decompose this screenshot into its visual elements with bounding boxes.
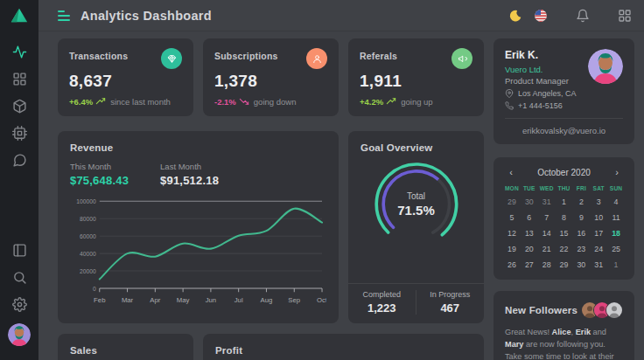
svg-text:Feb: Feb: [94, 295, 106, 303]
calendar-day[interactable]: 1: [607, 257, 625, 273]
calendar-day[interactable]: 12: [503, 225, 521, 241]
stat-value: 1,378: [214, 72, 327, 91]
profile-name: Erik K.: [505, 49, 569, 61]
calendar-day[interactable]: 27: [521, 257, 538, 273]
sidebar-item-messages[interactable]: [5, 147, 33, 174]
completed-value: 1,223: [348, 301, 416, 315]
map-pin-icon: [505, 89, 514, 98]
follower-name: Erik: [576, 328, 591, 336]
calendar-day[interactable]: 23: [572, 241, 590, 257]
calendar-day[interactable]: 24: [590, 241, 607, 257]
calendar-day[interactable]: 20: [521, 241, 538, 257]
stat-trend: +4.2%going up: [360, 96, 472, 107]
chevron-left-icon[interactable]: ‹: [505, 167, 517, 177]
apps-menu-button[interactable]: [615, 6, 634, 25]
notifications-button[interactable]: [573, 6, 592, 25]
calendar-day[interactable]: 16: [572, 225, 590, 241]
calendar-day[interactable]: 29: [556, 257, 573, 273]
svg-text:Aug: Aug: [261, 295, 273, 303]
stat-card-referals: Referals1,911+4.2%going up: [348, 38, 484, 116]
profile-card: Erik K. Vuero Ltd. Product Manager: [494, 38, 634, 144]
top-bar: Analytics Dashboard: [38, 0, 644, 31]
calendar-day[interactable]: 29: [503, 194, 521, 210]
profile-phone: +1 444-5156: [505, 101, 623, 110]
calendar-day[interactable]: 31: [538, 194, 556, 210]
calendar-day[interactable]: 30: [572, 257, 590, 273]
calendar-day[interactable]: 10: [590, 210, 607, 225]
main-area: Analytics Dashboard: [38, 0, 644, 360]
calendar-day[interactable]: 7: [538, 210, 556, 225]
calendar-day[interactable]: 19: [503, 241, 521, 257]
calendar-day[interactable]: 17: [590, 225, 607, 241]
megaphone-icon: [452, 48, 472, 69]
calendar-day[interactable]: 15: [556, 225, 573, 241]
gauge-label: Total: [348, 191, 484, 201]
calendar-day[interactable]: 1: [556, 194, 573, 210]
stat-label: Subscriptions: [214, 48, 278, 61]
calendar-day[interactable]: 2: [572, 194, 590, 210]
profile-info: Erik K. Vuero Ltd. Product Manager: [505, 49, 569, 86]
sidebar-item-settings[interactable]: [5, 291, 33, 318]
inprogress-label: In Progress: [416, 290, 485, 299]
stat-label: Referals: [360, 48, 397, 61]
calendar-day[interactable]: 14: [538, 225, 556, 241]
svg-text:40000: 40000: [80, 251, 96, 257]
sidebar-item-search[interactable]: [5, 264, 33, 291]
user-icon: [306, 48, 327, 69]
menu-toggle-icon[interactable]: [58, 10, 70, 21]
calendar-day[interactable]: 8: [556, 210, 573, 225]
calendar-day[interactable]: 3: [590, 194, 607, 210]
flag-us-icon: [534, 9, 548, 23]
sidebar-item-projects[interactable]: [5, 93, 33, 120]
calendar-day[interactable]: 22: [556, 241, 573, 257]
calendar-days-grid: 2930311234567891011121314151617181920212…: [503, 194, 625, 273]
sidebar-item-activity[interactable]: [5, 38, 33, 66]
content: Transactions8,637+6.4%since last monthSu…: [38, 31, 644, 360]
header-icons: [506, 6, 634, 25]
sidebar-user-avatar[interactable]: [8, 323, 31, 346]
chat-bubble-icon: [12, 153, 27, 168]
calendar-day[interactable]: 25: [607, 241, 625, 257]
calendar-day-selected[interactable]: 18: [607, 225, 625, 241]
inprogress-value: 467: [416, 301, 485, 315]
stat-card-transactions: Transactions8,637+6.4%since last month: [58, 38, 193, 116]
language-selector[interactable]: [531, 6, 550, 25]
goal-gauge: Total 71.5%: [348, 155, 484, 267]
phone-icon: [505, 101, 514, 110]
goal-footer: Completed 1,223 In Progress 467: [348, 283, 484, 323]
gear-icon: [12, 297, 27, 312]
calendar-day[interactable]: 30: [521, 194, 538, 210]
calendar-day[interactable]: 6: [521, 210, 538, 225]
calendar-day[interactable]: 11: [607, 210, 625, 225]
calendar-day[interactable]: 5: [503, 210, 521, 225]
calendar-day[interactable]: 28: [538, 257, 556, 273]
calendar-day[interactable]: 26: [503, 257, 521, 273]
svg-text:60000: 60000: [80, 233, 96, 239]
last-month-block: Last Month $91,512.18: [160, 162, 219, 187]
calendar-day[interactable]: 21: [538, 241, 556, 257]
sidebar-item-dashboards[interactable]: [5, 66, 33, 93]
stats-row: Transactions8,637+6.4%since last monthSu…: [58, 38, 484, 112]
sidebar-item-components[interactable]: [5, 120, 33, 147]
calendar-day[interactable]: 9: [572, 210, 590, 225]
dark-mode-toggle[interactable]: [506, 6, 525, 25]
calendar-day[interactable]: 13: [521, 225, 538, 241]
this-month-block: This Month $75,648.43: [70, 162, 129, 187]
sidebar-item-panels[interactable]: [5, 237, 33, 264]
box-icon: [12, 99, 27, 114]
weekday-label: WED: [538, 185, 556, 191]
svg-text:20000: 20000: [80, 268, 96, 274]
goal-title: Goal Overview: [348, 142, 484, 153]
profile-location-text: Los Angeles, CA: [518, 89, 577, 98]
weekday-label: FRI: [572, 185, 590, 191]
profit-card: Profit: [203, 334, 484, 360]
calendar-day[interactable]: 4: [607, 194, 625, 210]
avatar-illustration-icon: [8, 323, 31, 346]
avatar-illustration-icon: [588, 49, 623, 84]
chevron-right-icon[interactable]: ›: [611, 167, 623, 177]
sales-card: Sales: [58, 334, 193, 360]
weekday-label: MON: [503, 185, 521, 191]
calendar-day[interactable]: 31: [590, 257, 607, 273]
gauge-percent: 71.5%: [348, 203, 484, 218]
this-month-label: This Month: [70, 162, 129, 171]
